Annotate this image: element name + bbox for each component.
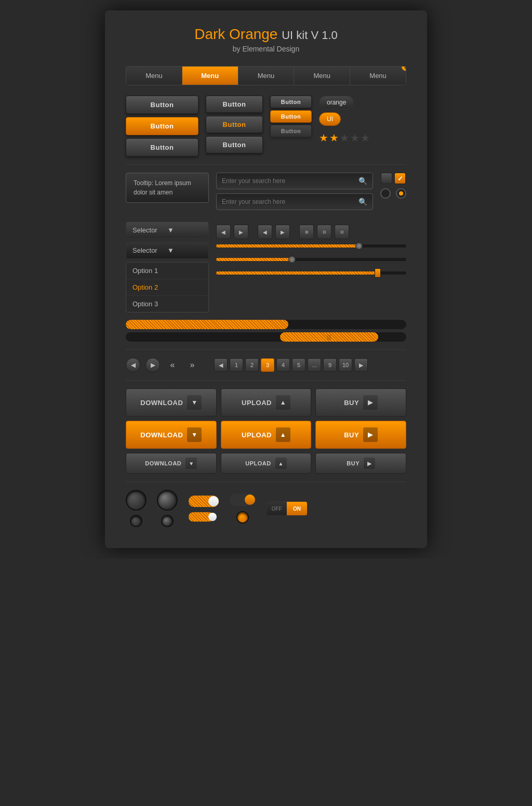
page-10[interactable]: 10 bbox=[339, 358, 352, 372]
media-next[interactable]: ▶ bbox=[234, 225, 248, 239]
search-input-1[interactable] bbox=[222, 177, 358, 185]
slide-toggle-on-1[interactable] bbox=[188, 495, 219, 508]
button-dark-1[interactable]: Button bbox=[126, 96, 198, 114]
knob-large-1[interactable] bbox=[126, 490, 147, 511]
nav-item-3[interactable]: Menu bbox=[238, 67, 295, 85]
search-input-2[interactable] bbox=[222, 198, 358, 205]
page-2[interactable]: 2 bbox=[245, 358, 259, 372]
button-sm-1[interactable]: Button bbox=[270, 96, 312, 108]
search-box-2[interactable]: 🔍 bbox=[216, 193, 373, 210]
tooltip-text: Tooltip: Lorem ipsum dolor sit amen bbox=[134, 179, 191, 196]
slide-knob-3 bbox=[245, 495, 255, 505]
nav-menu: 3 Menu Menu Menu Menu Menu bbox=[126, 66, 406, 85]
buy-icon-2: ▶ bbox=[363, 427, 378, 442]
download-btn-1[interactable]: DOWNLOAD ▼ bbox=[126, 388, 217, 417]
dropdown-options: Option 1 Option 2 Option 3 bbox=[126, 262, 209, 313]
page-3[interactable]: 3 bbox=[261, 358, 274, 372]
button-dark-4[interactable]: Button bbox=[206, 136, 263, 153]
knob-orange[interactable] bbox=[236, 511, 249, 524]
buy-btn-2[interactable]: BUY ▶ bbox=[315, 421, 406, 449]
option-1[interactable]: Option 1 bbox=[126, 263, 208, 279]
slider-track-1[interactable] bbox=[216, 244, 406, 248]
divider-3 bbox=[126, 380, 406, 381]
option-3[interactable]: Option 3 bbox=[126, 296, 208, 312]
slider-thumb-1[interactable] bbox=[355, 242, 363, 250]
upload-icon-2: ▲ bbox=[276, 427, 290, 442]
slider-thumb-3[interactable] bbox=[375, 268, 381, 278]
download-btn-2[interactable]: DOWNLOAD ▼ bbox=[126, 421, 217, 449]
action-row-1: DOWNLOAD ▼ UPLOAD ▲ BUY ▶ bbox=[126, 388, 406, 417]
selector-1[interactable]: Selector ▼ bbox=[126, 222, 209, 239]
radio-2[interactable] bbox=[396, 188, 406, 199]
onoff-toggle[interactable]: OFF ON bbox=[266, 501, 308, 516]
divider-2 bbox=[126, 349, 406, 350]
nav-item-2[interactable]: Menu bbox=[182, 67, 238, 85]
search-box-1[interactable]: 🔍 bbox=[216, 173, 373, 189]
search-icon-1: 🔍 bbox=[358, 177, 367, 185]
download-btn-3[interactable]: DOWNLOAD ▼ bbox=[126, 453, 217, 474]
scrollbar-h[interactable] bbox=[126, 320, 406, 329]
checkbox-2[interactable] bbox=[394, 173, 406, 184]
page-1[interactable]: 1 bbox=[230, 358, 243, 372]
selector-arrow-1: ▼ bbox=[167, 226, 202, 234]
download-icon-2: ▼ bbox=[187, 427, 202, 442]
page-5[interactable]: 5 bbox=[292, 358, 305, 372]
buy-btn-3[interactable]: BUY ▶ bbox=[315, 453, 406, 474]
buy-btn-1[interactable]: BUY ▶ bbox=[315, 388, 406, 417]
nav-double-left[interactable]: « bbox=[165, 358, 180, 372]
button-sm-disabled[interactable]: Button bbox=[270, 125, 312, 137]
slide-knob-2 bbox=[208, 513, 217, 521]
page-prev[interactable]: ◀ bbox=[214, 358, 228, 372]
upload-btn-3[interactable]: UPLOAD ▲ bbox=[221, 453, 312, 474]
knob-small-1[interactable] bbox=[130, 515, 142, 527]
onoff-on-label: ON bbox=[287, 502, 307, 515]
tooltip-box: Tooltip: Lorem ipsum dolor sit amen bbox=[126, 173, 209, 203]
nav-item-1[interactable]: Menu bbox=[126, 67, 182, 85]
checkbox-1[interactable] bbox=[381, 173, 392, 184]
tag-orange[interactable]: orange bbox=[319, 96, 354, 109]
star-rating: ★ ★ ★ ★ ★ bbox=[319, 132, 370, 144]
scrollbar-h-2[interactable]: ||| bbox=[126, 332, 406, 342]
button-sm-orange[interactable]: Button bbox=[270, 110, 312, 123]
button-dark-2[interactable]: Button bbox=[126, 138, 198, 157]
page-9[interactable]: 9 bbox=[323, 358, 337, 372]
search-icon-2: 🔍 bbox=[358, 198, 367, 206]
knob-group-2 bbox=[157, 490, 178, 527]
tag-ui[interactable]: UI bbox=[319, 112, 341, 126]
media-grid2[interactable]: ⊟ bbox=[317, 225, 331, 239]
radio-1[interactable] bbox=[380, 188, 391, 199]
upload-btn-1[interactable]: UPLOAD ▲ bbox=[221, 388, 312, 417]
selector-arrow-2: ▼ bbox=[167, 246, 202, 254]
slide-toggle-on-2[interactable] bbox=[188, 512, 214, 522]
slider-row-3 bbox=[216, 271, 406, 275]
slider-track-3[interactable] bbox=[216, 271, 406, 275]
nav-item-4[interactable]: Menu bbox=[294, 67, 350, 85]
nav-item-5[interactable]: Menu bbox=[350, 67, 406, 85]
header: Dark Orange UI kit V 1.0 by Elemental De… bbox=[126, 26, 406, 53]
page-next[interactable]: ▶ bbox=[354, 358, 368, 372]
media-prev2[interactable]: ◀ bbox=[258, 225, 272, 239]
knob-large-2[interactable] bbox=[157, 490, 178, 511]
option-2[interactable]: Option 2 bbox=[126, 279, 208, 296]
knob-small-2[interactable] bbox=[161, 515, 174, 527]
nav-double-right[interactable]: » bbox=[185, 358, 200, 372]
toggle-section: OFF ON bbox=[126, 490, 406, 527]
selector-2[interactable]: Selector ▼ bbox=[126, 242, 209, 259]
button-orange-text[interactable]: Button bbox=[206, 116, 263, 133]
media-prev[interactable]: ◀ bbox=[216, 225, 231, 239]
button-dark-3[interactable]: Button bbox=[206, 96, 263, 113]
button-orange-1[interactable]: Button bbox=[126, 117, 198, 135]
slider-track-2[interactable] bbox=[216, 258, 406, 261]
nav-arrow-right[interactable]: ▶ bbox=[145, 358, 160, 372]
slider-thumb-2[interactable] bbox=[288, 256, 296, 263]
nav-arrow-left[interactable]: ◀ bbox=[126, 358, 140, 372]
media-next2[interactable]: ▶ bbox=[275, 225, 290, 239]
upload-btn-2[interactable]: UPLOAD ▲ bbox=[221, 421, 312, 449]
slide-knob-1 bbox=[208, 496, 219, 506]
media-grid1[interactable]: ⊞ bbox=[299, 225, 314, 239]
media-controls: ◀ ▶ ◀ ▶ ⊞ ⊟ ⊟ bbox=[216, 225, 406, 239]
slide-toggle-off[interactable] bbox=[230, 493, 256, 506]
page-4[interactable]: 4 bbox=[276, 358, 290, 372]
media-grid3[interactable]: ⊟ bbox=[335, 225, 349, 239]
main-container: Dark Orange UI kit V 1.0 by Elemental De… bbox=[105, 10, 427, 548]
